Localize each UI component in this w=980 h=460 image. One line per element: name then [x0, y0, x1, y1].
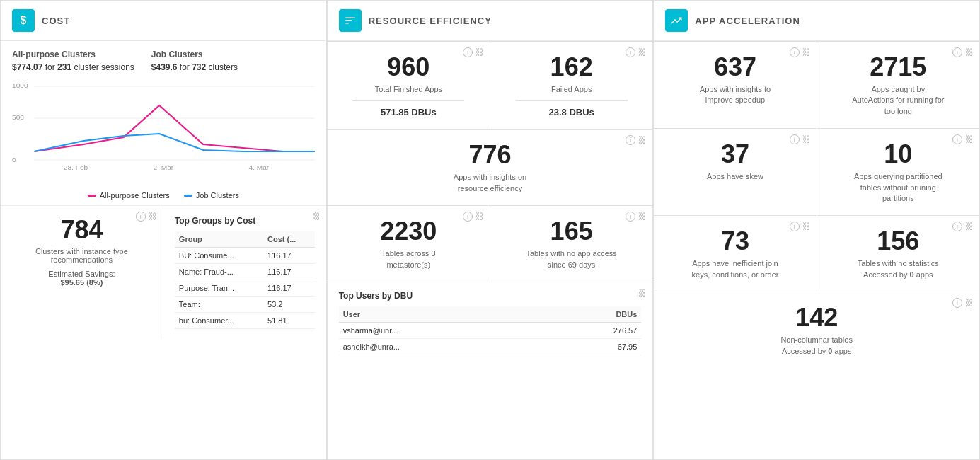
savings-label: Estimated Savings: $95.65 (8%) [12, 270, 151, 287]
table-row[interactable]: Team:53.2 [175, 297, 315, 313]
tables-info-icon[interactable]: i [463, 212, 473, 222]
top-users-table: User DBUs vsharma@unr...276.57asheikh@un… [339, 306, 642, 355]
dbu-col-header: DBUs [541, 306, 642, 323]
table-row[interactable]: vsharma@unr...276.57 [339, 322, 642, 338]
insights-link-icon[interactable]: ⛓ [638, 135, 647, 145]
svg-text:500: 500 [12, 114, 24, 121]
insights-card: i ⛓ 776 Apps with insights on resource e… [328, 130, 653, 205]
acceleration-icon [665, 9, 688, 32]
skew-link-icon[interactable]: ⛓ [802, 134, 811, 144]
resource-title: RESOURCE EFFICIENCY [369, 16, 492, 26]
top-users-link-icon[interactable]: ⛓ [638, 288, 647, 298]
tables-number: 2230 [339, 219, 478, 244]
table-row[interactable]: Purpose: Tran...116.17 [175, 280, 315, 297]
no-stats-card: i ⛓ 156 Tables with no statistics Access… [817, 216, 979, 292]
table-row[interactable]: BU: Consume...116.17 [175, 248, 315, 264]
partitions-label2: tables without pruning [827, 183, 969, 193]
tables-link-icon[interactable]: ⛓ [475, 212, 484, 222]
failed-number: 162 [502, 54, 641, 80]
table-row[interactable]: Name: Fraud-...116.17 [175, 264, 315, 280]
failed-link-icon[interactable]: ⛓ [638, 47, 647, 57]
group-cell: BU: Consume... [175, 248, 263, 264]
job-cluster-info: Job Clusters $439.6 for 732 clusters [151, 50, 238, 72]
no-access-icons: i ⛓ [626, 212, 647, 222]
group-cell: bu: Consumer... [175, 313, 263, 329]
top-users-icons: ⛓ [638, 288, 647, 298]
job-cluster-label: Job Clusters [151, 50, 238, 59]
non-columnar-card: i ⛓ 142 Non-columnar tables Accessed by … [654, 292, 979, 368]
join-keys-number: 73 [664, 229, 806, 254]
join-keys-info-icon[interactable]: i [790, 222, 800, 231]
legend-job: Job Clusters [184, 191, 239, 200]
non-columnar-info-icon[interactable]: i [952, 298, 962, 308]
finished-icons: i ⛓ [463, 47, 484, 57]
insights-icons: i ⛓ [626, 135, 647, 145]
autoactions-link-icon[interactable]: ⛓ [965, 47, 974, 57]
autoactions-label2: AutoActions for running for [827, 95, 969, 105]
user-cell: vsharma@unr... [339, 322, 541, 338]
speedup-link-icon[interactable]: ⛓ [802, 47, 811, 57]
non-columnar-label2: Accessed by 0 apps [664, 346, 969, 357]
legend-job-dot [184, 195, 192, 197]
top-groups-card: ⛓ Top Groups by Cost Group Cost (... BU:… [163, 206, 326, 339]
finished-label: Total Finished Apps [339, 84, 478, 95]
join-keys-link-icon[interactable]: ⛓ [802, 222, 811, 231]
failed-divider [516, 100, 628, 101]
no-access-link-icon[interactable]: ⛓ [638, 212, 647, 222]
insights-info-icon[interactable]: i [626, 135, 635, 145]
user-col-header: User [339, 306, 541, 323]
finished-info-icon[interactable]: i [463, 47, 473, 57]
table-row[interactable]: asheikh@unra...67.95 [339, 338, 642, 355]
speedup-info-icon[interactable]: i [790, 47, 800, 57]
skew-info-icon[interactable]: i [790, 134, 800, 144]
no-stats-link-icon[interactable]: ⛓ [965, 222, 974, 231]
svg-text:1000: 1000 [12, 82, 28, 89]
cost-chart: 1000 500 0 28. Feb 2. Mar 4. Mar [12, 81, 315, 173]
svg-text:28. Feb: 28. Feb [64, 164, 88, 171]
clusters-row: All-purpose Clusters $774.07 for 231 clu… [1, 41, 326, 75]
tables-label1: Tables across 3 [339, 248, 478, 259]
legend-all-purpose-label: All-purpose Clusters [100, 191, 170, 200]
info-icon[interactable]: i [136, 212, 146, 222]
top-groups-icons: ⛓ [312, 212, 321, 222]
cost-panel: $ COST All-purpose Clusters $774.07 for … [0, 0, 327, 460]
no-stats-info-icon[interactable]: i [952, 222, 962, 231]
dbu-cell: 67.95 [541, 338, 642, 355]
svg-text:4. Mar: 4. Mar [249, 164, 270, 171]
top-groups-title: Top Groups by Cost [175, 216, 315, 226]
acceleration-header: APP ACCELERATION [654, 1, 979, 41]
tables-icons: i ⛓ [463, 212, 484, 222]
failed-info-icon[interactable]: i [626, 47, 635, 57]
link-icon[interactable]: ⛓ [149, 212, 157, 222]
stat-card-icons: i ⛓ [136, 212, 157, 222]
svg-text:2. Mar: 2. Mar [153, 164, 174, 171]
speedup-number: 637 [664, 54, 806, 80]
partitions-link-icon[interactable]: ⛓ [965, 134, 974, 144]
skew-icons: i ⛓ [790, 134, 811, 144]
join-keys-label1: Apps have inefficient join [664, 258, 806, 269]
insights-number: 776 [339, 142, 642, 168]
top-groups-table: Group Cost (... BU: Consume...116.17Name… [175, 231, 315, 329]
speedup-card: i ⛓ 637 Apps with insights to improve sp… [654, 42, 816, 128]
no-access-number: 165 [502, 219, 641, 244]
non-columnar-link-icon[interactable]: ⛓ [965, 298, 974, 308]
table-row[interactable]: bu: Consumer...51.81 [175, 313, 315, 329]
no-access-info-icon[interactable]: i [626, 212, 635, 222]
failed-icons: i ⛓ [626, 47, 647, 57]
resource-panel: RESOURCE EFFICIENCY i ⛓ 960 Total Finish… [327, 0, 654, 460]
legend-job-label: Job Clusters [196, 191, 239, 200]
autoactions-info-icon[interactable]: i [952, 47, 962, 57]
partitions-info-icon[interactable]: i [952, 134, 962, 144]
speedup-label2: improve speedup [664, 95, 806, 105]
user-cell: asheikh@unra... [339, 338, 541, 355]
speedup-icons: i ⛓ [790, 47, 811, 57]
legend-all-purpose: All-purpose Clusters [88, 191, 170, 200]
failed-apps-card: i ⛓ 162 Failed Apps 23.8 DBUs [490, 42, 652, 129]
cost-title: COST [42, 16, 70, 26]
resource-icon [339, 9, 362, 32]
top-groups-link-icon[interactable]: ⛓ [312, 212, 321, 222]
finished-link-icon[interactable]: ⛓ [475, 47, 484, 57]
partitions-number: 10 [827, 142, 969, 167]
skew-card: i ⛓ 37 Apps have skew [654, 129, 816, 215]
top-groups-table-card: Top Groups by Cost Group Cost (... BU: C… [175, 216, 315, 329]
